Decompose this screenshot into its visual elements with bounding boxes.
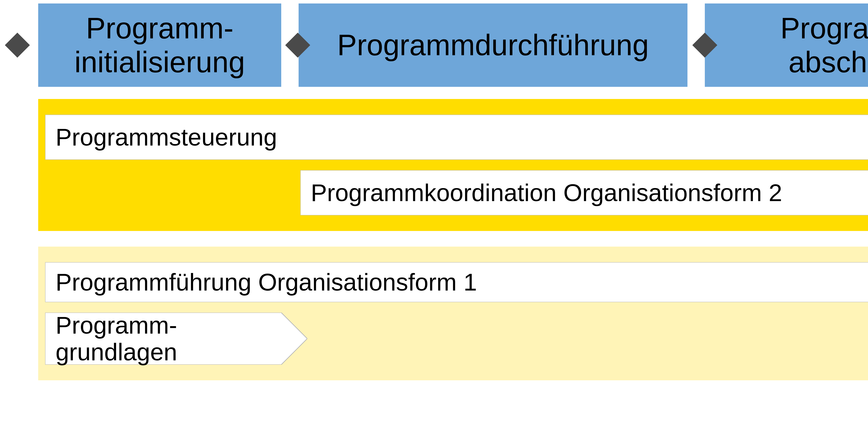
phase-exec-label: Programmdurchführung xyxy=(337,28,649,62)
band-fuehrung: Programmführung Organisationsform 1 Prog… xyxy=(38,246,868,380)
band-steuerung: Programmsteuerung Programmkoordination O… xyxy=(38,99,868,231)
phase-row: Programm- initialisierung Programmdurchf… xyxy=(3,3,868,87)
diagram-root: Programm- initialisierung Programmdurchf… xyxy=(3,3,868,380)
arrow-programmsteuerung: Programmsteuerung xyxy=(45,115,868,160)
svg-marker-1 xyxy=(285,33,310,58)
milestone-diamond-3 xyxy=(691,31,719,59)
arrow-programmsteuerung-label: Programmsteuerung xyxy=(45,124,277,151)
arrow-programmfuehrung-label: Programmführung Organisationsform 1 xyxy=(45,269,477,296)
svg-marker-0 xyxy=(5,33,30,58)
arrow-programmfuehrung: Programmführung Organisationsform 1 xyxy=(45,262,868,302)
arrow-row-programmkoordination: Programmkoordination Organisationsform 2 xyxy=(38,170,868,215)
arrow-programmkoordination: Programmkoordination Organisationsform 2 xyxy=(300,170,868,215)
svg-marker-2 xyxy=(692,33,717,58)
phase-close-label: Programm- abschluss xyxy=(780,11,868,79)
milestone-diamond-1 xyxy=(3,31,31,59)
arrow-row-programmgrundlagen: Programm- grundlagen xyxy=(38,313,868,365)
arrow-row-programmfuehrung: Programmführung Organisationsform 1 xyxy=(38,262,868,302)
arrow-programmkoordination-label: Programmkoordination Organisationsform 2 xyxy=(300,179,782,206)
arrow-programmgrundlagen: Programm- grundlagen xyxy=(45,313,307,365)
phase-initialisierung: Programm- initialisierung xyxy=(38,3,281,87)
arrow-programmgrundlagen-label: Programm- grundlagen xyxy=(45,312,177,365)
phase-durchfuehrung: Programmdurchführung xyxy=(299,3,687,87)
phase-init-label: Programm- initialisierung xyxy=(74,11,245,79)
milestone-diamond-2 xyxy=(284,31,312,59)
phase-abschluss: Programm- abschluss xyxy=(705,3,868,87)
arrow-row-programmsteuerung: Programmsteuerung xyxy=(38,115,868,160)
